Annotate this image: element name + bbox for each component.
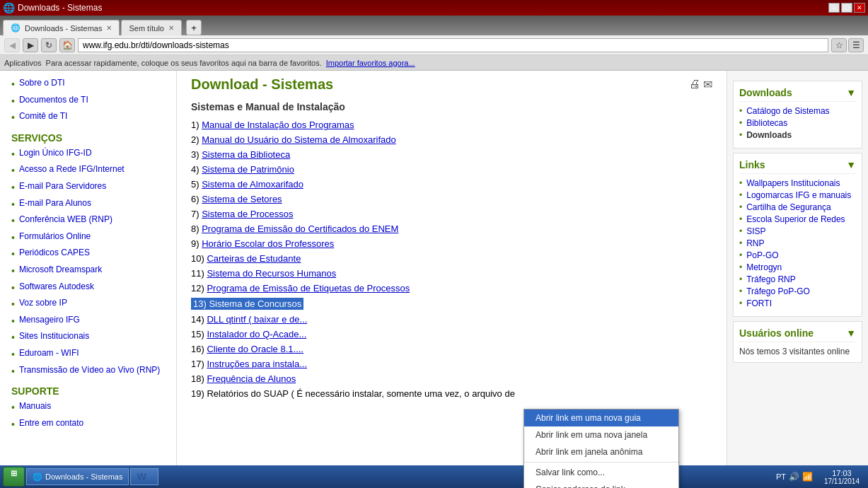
context-menu-item-save-link[interactable]: Salvar link como... bbox=[524, 464, 678, 481]
sidebar-item-formularios[interactable]: •Formulários Online bbox=[0, 230, 176, 247]
collapse-icon[interactable]: ▼ bbox=[846, 327, 856, 339]
link-rh[interactable]: Sistema do Recursos Humanos bbox=[207, 268, 336, 279]
tab-close-button[interactable]: ✕ bbox=[106, 24, 112, 32]
sidebar-item-voz[interactable]: •Voz sobre IP bbox=[0, 296, 176, 313]
print-icon[interactable]: 🖨 bbox=[689, 78, 700, 91]
import-favorites-link[interactable]: Importar favoritos agora... bbox=[326, 59, 415, 67]
context-menu-item-copy-address[interactable]: Copiar endereço do link bbox=[524, 481, 678, 488]
bullet-icon: • bbox=[739, 190, 742, 200]
back-button[interactable]: ◀ bbox=[4, 38, 20, 52]
link-oracle[interactable]: Cliente do Oracle 8.1.... bbox=[207, 344, 303, 354]
sidebar-item-comite[interactable]: • Comitê de TI bbox=[0, 110, 176, 127]
right-item-popup-go: •PoP-GO bbox=[739, 250, 856, 260]
collapse-icon[interactable]: ▼ bbox=[846, 87, 856, 98]
item-num: 3) bbox=[191, 149, 202, 160]
taskbar-app-word[interactable]: W bbox=[130, 468, 158, 485]
item-num: 16) bbox=[191, 344, 207, 354]
sidebar-item-email-servidores[interactable]: •E-mail Para Servidores bbox=[0, 180, 176, 197]
highlighted-link-concursos[interactable]: 13) Sistema de Concursos bbox=[191, 298, 303, 310]
sidebar-item-sites[interactable]: •Sites Institucionais bbox=[0, 330, 176, 347]
address-bar[interactable] bbox=[78, 38, 828, 52]
start-button[interactable]: ⊞ bbox=[3, 467, 25, 487]
list-item: 8) Programa de Emissão do Certificados d… bbox=[191, 223, 712, 234]
link-dll[interactable]: DLL qtintf ( baixar e de... bbox=[207, 314, 307, 325]
right-link-logomarcas[interactable]: Logomarcas IFG e manuais bbox=[746, 190, 851, 200]
link-manual-almoxarifado[interactable]: Manual do Usuário do Sistema de Almoxari… bbox=[202, 134, 396, 145]
link-carteiras[interactable]: Carteiras de Estudante bbox=[207, 253, 301, 264]
refresh-button[interactable]: ↻ bbox=[41, 38, 57, 52]
new-tab-button[interactable]: + bbox=[186, 20, 202, 35]
sidebar-item-email-alunos[interactable]: •E-mail Para Alunos bbox=[0, 197, 176, 214]
right-link-trafego-rnp[interactable]: Tráfego RNP bbox=[746, 274, 796, 284]
sidebar-item-contato[interactable]: •Entre em contato bbox=[0, 417, 176, 434]
context-menu-item-open-new-window[interactable]: Abrir link em uma nova janela bbox=[524, 426, 678, 443]
link-enem[interactable]: Programa de Emissão do Certificados do E… bbox=[202, 223, 398, 234]
sidebar-label: Entre em contato bbox=[19, 418, 83, 428]
maximize-button[interactable]: □ bbox=[841, 3, 852, 13]
right-link-escola-redes[interactable]: Escola Superior de Redes bbox=[746, 214, 845, 224]
right-link-wallpapers[interactable]: Wallpapers Institucionais bbox=[746, 178, 840, 188]
minimize-button[interactable]: − bbox=[828, 3, 840, 13]
right-link-rnp[interactable]: RNP bbox=[746, 238, 764, 248]
bullet-icon: • bbox=[11, 231, 15, 245]
right-link-cartilha[interactable]: Cartilha de Segurança bbox=[746, 202, 831, 212]
bookmark-star[interactable]: ☆ bbox=[831, 38, 847, 52]
right-section-title-downloads: Downloads ▼ bbox=[739, 87, 856, 102]
tab-close-button-2[interactable]: ✕ bbox=[168, 24, 174, 32]
link-frequencia[interactable]: Frequência de Alunos bbox=[207, 373, 296, 384]
sidebar-item-manuais[interactable]: •Manuais bbox=[0, 400, 176, 417]
settings-button[interactable]: ☰ bbox=[848, 38, 864, 52]
sidebar-item-login[interactable]: •Login Único IFG-ID bbox=[0, 146, 176, 163]
bullet-icon: • bbox=[11, 281, 15, 296]
taskbar: ⊞ 🌐 Downloads - Sistemas W PT 🔊 📶 17:03 … bbox=[0, 465, 868, 488]
link-processos[interactable]: Sistema de Processos bbox=[202, 209, 293, 219]
tab-downloads-sistemas[interactable]: 🌐 Downloads - Sistemas ✕ bbox=[3, 20, 120, 35]
right-link-catalogo[interactable]: Catálogo de Sistemas bbox=[746, 106, 829, 116]
link-manual-instalacao[interactable]: Manual de Instalação dos Programas bbox=[202, 120, 354, 130]
link-horario[interactable]: Horário Escolar dos Professores bbox=[202, 238, 334, 249]
link-qacade[interactable]: Instalador do Q-Acade... bbox=[207, 329, 306, 339]
right-link-sisp[interactable]: SISP bbox=[746, 226, 765, 236]
right-link-bibliotecas[interactable]: Bibliotecas bbox=[746, 118, 787, 128]
sidebar-item-autodesk[interactable]: •Softwares Autodesk bbox=[0, 280, 176, 297]
sidebar-item-transmissao[interactable]: •Transmissão de Vídeo ao Vivo (RNP) bbox=[0, 364, 176, 380]
sidebar-item-mensageiro[interactable]: •Mensageiro IFG bbox=[0, 313, 176, 330]
taskbar-app-browser[interactable]: 🌐 Downloads - Sistemas bbox=[26, 468, 129, 485]
sidebar-label: Voz sobre IP bbox=[19, 298, 67, 308]
sidebar-item-eduroam[interactable]: •Eduroam - WIFI bbox=[0, 347, 176, 364]
close-button[interactable]: ✕ bbox=[854, 3, 865, 13]
link-patrimonio[interactable]: Sistema de Patrimônio bbox=[202, 164, 294, 175]
right-item-bibliotecas: • Bibliotecas bbox=[739, 118, 856, 128]
collapse-icon[interactable]: ▼ bbox=[846, 159, 856, 170]
link-setores[interactable]: Sistema de Setores bbox=[202, 194, 282, 204]
home-button[interactable]: 🏠 bbox=[59, 38, 75, 52]
sidebar-item-conferencia[interactable]: •Conferência WEB (RNP) bbox=[0, 213, 176, 230]
bullet-icon: • bbox=[11, 265, 15, 279]
link-etiquetas[interactable]: Programa de Emissão de Etiquetas de Proc… bbox=[207, 283, 410, 294]
bullet-icon: • bbox=[11, 331, 15, 345]
context-menu-label: Salvar link como... bbox=[536, 467, 605, 477]
right-link-metrogyn[interactable]: Metrogyn bbox=[746, 262, 782, 272]
forward-button[interactable]: ▶ bbox=[23, 38, 38, 52]
link-almoxarifado[interactable]: Sistema de Almoxarifado bbox=[202, 179, 303, 190]
sidebar-item-acesso-rede[interactable]: •Acesso a Rede IFG/Internet bbox=[0, 163, 176, 180]
sidebar-item-dreamspark[interactable]: •Microsoft Dreamspark bbox=[0, 263, 176, 280]
context-menu-item-open-incognito[interactable]: Abrir link em janela anônima bbox=[524, 443, 678, 460]
right-link-downloads[interactable]: Downloads bbox=[746, 130, 792, 140]
bullet-icon: • bbox=[11, 401, 15, 415]
email-icon[interactable]: ✉ bbox=[703, 78, 712, 91]
link-biblioteca[interactable]: Sistema da Biblioteca bbox=[202, 149, 290, 160]
item-num: 15) bbox=[191, 329, 207, 339]
sidebar-item-periodicos[interactable]: •Periódicos CAPES bbox=[0, 246, 176, 263]
bullet-icon: • bbox=[739, 238, 742, 248]
tab-sem-titulo[interactable]: Sem título ✕ bbox=[121, 20, 182, 35]
sidebar-item-sobre-dti[interactable]: • Sobre o DTI bbox=[0, 76, 176, 93]
sidebar-item-documentos[interactable]: • Documentos de TI bbox=[0, 93, 176, 110]
right-link-popup-go[interactable]: PoP-GO bbox=[746, 250, 778, 260]
right-link-trafego-popup[interactable]: Tráfego PoP-GO bbox=[746, 286, 810, 296]
right-section-label: Downloads bbox=[739, 87, 792, 98]
context-menu-item-open-new-tab[interactable]: Abrir link em uma nova guia bbox=[524, 409, 678, 426]
right-link-forti[interactable]: FORTI bbox=[746, 298, 772, 308]
item-num: 5) bbox=[191, 179, 202, 190]
link-instrucoes[interactable]: Instruções para instala... bbox=[207, 359, 307, 369]
